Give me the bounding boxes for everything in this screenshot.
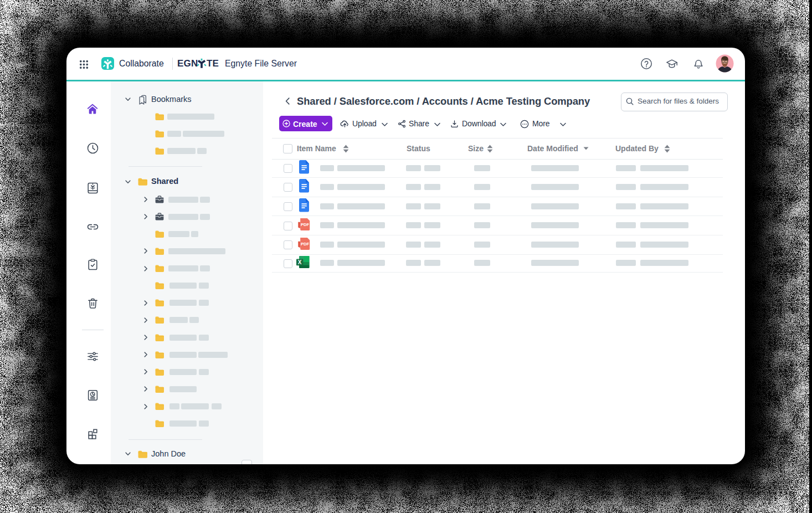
svg-text:X: X	[298, 259, 302, 265]
svg-text:PDF: PDF	[301, 222, 310, 227]
svg-text:PDF: PDF	[301, 242, 310, 247]
